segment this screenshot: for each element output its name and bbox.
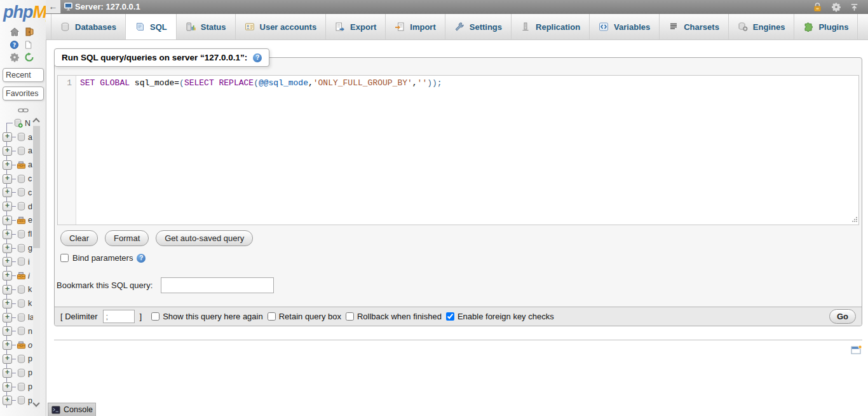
open-new-window-icon[interactable] [851,345,862,355]
expand-plus-icon[interactable]: + [3,354,12,364]
expand-plus-icon[interactable]: + [3,382,12,392]
tree-item-label[interactable]: k [28,299,32,308]
tree-branch-line [12,179,16,179]
tree-item-new[interactable]: N [0,116,34,130]
refresh-icon[interactable] [24,52,34,62]
format-button[interactable]: Format [105,230,149,246]
tab-databases[interactable]: Databases [51,14,126,39]
tree-item-label[interactable]: k [28,285,32,294]
tree-item-label[interactable]: c [28,188,32,197]
expand-plus-icon[interactable]: + [3,244,12,253]
tab-plugins[interactable]: Plugins [794,14,858,39]
tree-branch-line [12,275,16,276]
collapse-sidebar-button[interactable]: ← [46,0,61,13]
favorites-dropdown[interactable]: Favorites [3,87,44,101]
database-icon [17,382,26,392]
expand-plus-icon[interactable]: + [3,202,12,211]
option-show-this-query-here-again[interactable]: Show this query here again [151,312,263,321]
checkbox[interactable] [151,312,159,321]
option-rollback-when-finished[interactable]: Rollback when finished [346,312,442,321]
tab-export[interactable]: Export [326,14,386,39]
tree-branch-line [12,400,16,401]
checkbox[interactable] [346,312,354,321]
tab-engines[interactable]: Engines [729,14,795,39]
database-icon [17,244,26,253]
tree-item-label[interactable]: e [28,216,32,225]
bind-parameters-help-icon[interactable]: ? [137,254,146,263]
tree-item-label[interactable]: p [28,382,32,391]
expand-plus-icon[interactable]: + [3,146,12,156]
expand-plus-icon[interactable]: + [3,326,12,336]
resize-grip-icon[interactable] [851,216,858,224]
gear-icon[interactable] [10,52,20,62]
expand-plus-icon[interactable]: + [3,160,12,170]
expand-plus-icon[interactable]: + [3,368,12,378]
go-button[interactable]: Go [829,309,856,324]
bind-parameters-row[interactable]: Bind parameters ? [60,253,146,263]
tree-item-label[interactable]: o [28,341,32,350]
ssl-lock-icon[interactable] [812,2,823,12]
expand-plus-icon[interactable]: + [3,285,12,295]
tree-item-label[interactable]: a [28,160,32,169]
tree-item-label[interactable]: d [28,202,32,211]
tree-item-label[interactable]: a [28,146,32,155]
console-toggle[interactable]: Console [48,403,96,416]
home-icon[interactable] [10,27,20,37]
expand-plus-icon[interactable]: + [3,230,12,239]
scroll-to-top-icon[interactable] [850,3,859,12]
tree-item-label[interactable]: p [28,368,32,377]
option-enable-foreign-key-checks[interactable]: Enable foreign key checks [446,312,554,321]
tree-item-label[interactable]: i [28,258,30,267]
tree-item-label[interactable]: p [28,354,32,363]
tab-status[interactable]: Status [177,14,236,39]
expand-plus-icon[interactable]: + [3,396,12,405]
phpmyadmin-logo[interactable]: phpMyAdmin [0,0,46,25]
checkbox[interactable] [268,312,276,321]
tree-item-label[interactable]: fl [28,230,32,239]
tree-item-label[interactable]: i [28,272,30,281]
tree-item-label[interactable]: g [28,244,32,253]
bind-parameters-checkbox[interactable] [60,254,69,262]
help-icon[interactable]: ? [10,40,19,50]
tab-sql[interactable]: SQL [126,14,177,39]
option-retain-query-box[interactable]: Retain query box [268,312,341,321]
get-auto-saved-query-button[interactable]: Get auto-saved query [156,230,253,246]
tree-branch-line [12,137,16,137]
checkbox[interactable] [446,312,454,321]
tab-variables[interactable]: Variables [590,14,660,39]
expand-plus-icon[interactable]: + [3,299,12,309]
clear-button[interactable]: Clear [60,230,98,246]
tree-branch-line [12,345,16,345]
tree-item-label[interactable]: p [28,396,32,405]
tab-import[interactable]: Import [386,14,445,39]
database-icon [17,313,26,322]
recent-dropdown[interactable]: Recent [3,68,44,82]
sql-help-icon[interactable]: ? [253,53,262,62]
bookmark-input[interactable] [161,277,274,293]
database-icon [17,368,26,378]
tree-item: +a [0,130,34,144]
sidebar-scrollbar-thumb[interactable] [33,126,40,248]
tree-item-label[interactable]: a [28,133,32,142]
expand-plus-icon[interactable]: + [3,216,12,225]
tree-item-label[interactable]: n [28,327,32,336]
expand-plus-icon[interactable]: + [3,257,12,267]
expand-plus-icon[interactable]: + [3,313,12,322]
sidebar-scrollbar-track[interactable] [33,118,40,408]
page-settings-gear-icon[interactable] [831,2,841,12]
expand-plus-icon[interactable]: + [3,174,12,184]
sql-editor[interactable]: 1 SET GLOBAL sql_mode=(SELECT REPLACE(@@… [57,75,859,225]
tab-replication[interactable]: Replication [512,14,590,39]
docs-icon[interactable] [24,40,32,50]
tab-user-accounts[interactable]: User accounts [236,14,327,39]
bookmark-label: Bookmark this SQL query: [57,281,153,290]
expand-plus-icon[interactable]: + [3,188,12,197]
expand-plus-icon[interactable]: + [3,132,12,142]
tree-item-label[interactable]: c [28,174,32,183]
expand-plus-icon[interactable]: + [3,340,12,350]
tab-charsets[interactable]: Charsets [660,14,729,39]
tab-settings[interactable]: Settings [445,14,512,39]
logout-door-icon[interactable] [24,27,34,37]
delimiter-input[interactable] [103,310,135,323]
expand-plus-icon[interactable]: + [3,271,12,281]
